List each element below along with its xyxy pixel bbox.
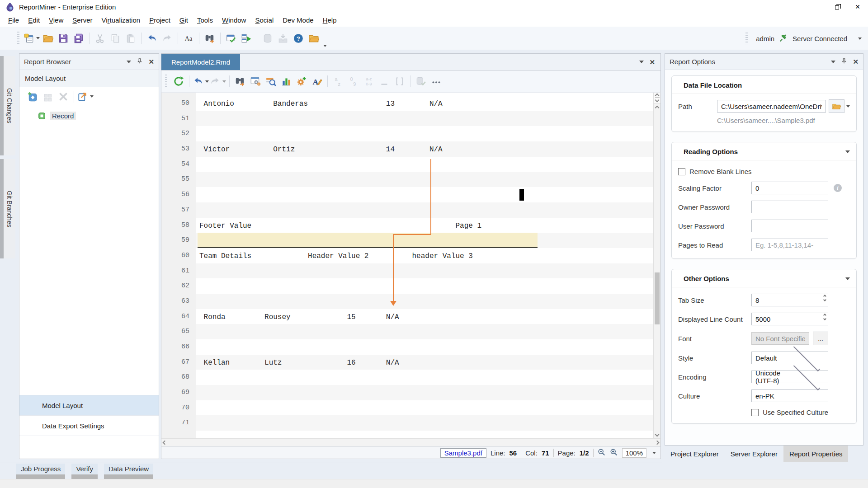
editor-line[interactable]: Ronda Rousey 15 N/A [196,309,660,324]
dock-tab-project-explorer[interactable]: Project Explorer [665,446,725,462]
side-tab-git-changes[interactable]: Git Changes [0,56,15,155]
menu-view[interactable]: View [44,14,68,26]
run-window-button[interactable] [239,31,254,46]
paste-button[interactable] [123,31,138,46]
editor-line[interactable] [196,294,660,309]
editor-line[interactable]: Kellan Lutz 16 N/A [196,355,660,370]
brackets-button[interactable] [392,74,407,89]
overflow-dots-button[interactable] [429,74,443,89]
zoom-in-icon[interactable] [610,448,618,458]
menu-git[interactable]: Git [175,14,193,26]
menu-project[interactable]: Project [145,14,175,26]
add-grid-button[interactable] [41,89,55,104]
tab-size-input[interactable] [751,294,828,306]
font-format-button[interactable]: A [310,74,324,89]
sort-az-button[interactable]: az [331,74,345,89]
editor-text-pane[interactable]: Antonio Banderas 13 N/A Victor Ortiz 14 … [196,93,660,438]
menu-server[interactable]: Server [68,14,97,26]
editor-line[interactable] [196,157,660,172]
editor-line[interactable] [196,324,660,339]
field-stats-button[interactable] [279,74,293,89]
db-check-button[interactable] [414,74,428,89]
dropdown-caret-icon[interactable] [205,80,209,83]
refresh-button[interactable] [171,74,186,89]
splitter-handle-icon[interactable] [654,93,660,103]
new-report-button[interactable] [24,31,40,46]
auto-create-fields-button[interactable] [248,74,263,89]
encoding-select[interactable]: Unicode (UTF-8) [751,371,828,383]
dock-tab-verify[interactable]: Verify [71,464,98,480]
view-switch-model-layout[interactable]: Model Layout [19,395,159,416]
zoom-level[interactable]: 100% [622,448,646,458]
document-tab-active[interactable]: ReportModel2.Rmd [161,54,240,70]
scroll-down-button[interactable] [654,430,660,438]
copy-button[interactable] [108,31,123,46]
export-button[interactable] [77,89,94,104]
editor-line[interactable] [196,126,660,141]
undo-editor-button[interactable] [193,74,209,89]
editor-line[interactable] [196,400,660,416]
menu-file[interactable]: File [4,14,24,26]
menu-window[interactable]: Window [217,14,250,26]
pin-icon[interactable] [137,58,143,66]
verify-window-button[interactable] [224,31,238,46]
view-switch-data-export-settings[interactable]: Data Export Settings [19,416,159,436]
cut-button[interactable] [93,31,107,46]
editor-line[interactable]: Victor Ortiz 14 N/A [196,141,660,157]
scroll-up-button[interactable] [654,103,660,112]
report-editor[interactable]: 5051525354555657585960616263646566676869… [161,93,661,438]
restore-button[interactable] [826,0,847,14]
editor-line[interactable] [196,415,660,431]
help-button[interactable]: ? [291,31,306,46]
panel-menu-icon[interactable] [127,61,131,63]
save-all-button[interactable] [71,31,86,46]
zoom-dropdown-caret-icon[interactable] [652,452,656,454]
scrollbar-thumb[interactable] [655,272,660,324]
user-password-input[interactable] [751,220,828,232]
find-binoculars-button[interactable] [233,74,247,89]
editor-line-highlighted[interactable] [196,233,660,248]
dropdown-caret-icon[interactable] [222,80,226,83]
dropdown-caret-icon[interactable] [90,95,94,98]
menu-tools[interactable]: Tools [193,14,217,26]
database-button[interactable] [260,31,275,46]
dock-tab-data-preview[interactable]: Data Preview [104,464,153,480]
displayed-line-count-input[interactable] [751,313,828,325]
save-button[interactable] [56,31,71,46]
toolbar-grip[interactable] [745,33,748,44]
menu-dev-mode[interactable]: Dev Mode [278,14,318,26]
browse-folder-button[interactable] [829,99,844,113]
deploy-button[interactable] [276,31,290,46]
add-record-button[interactable] [25,89,40,104]
redo-button[interactable] [160,31,175,46]
source-file-badge[interactable]: Sample3.pdf [440,448,486,458]
preview-data-button[interactable] [264,74,278,89]
menu-edit[interactable]: Edit [24,14,44,26]
editor-line[interactable] [196,202,660,218]
toolbar-overflow-icon[interactable] [323,45,327,47]
scroll-right-button[interactable] [655,441,660,445]
info-icon[interactable]: i [834,184,842,192]
minimize-button[interactable] [806,0,826,14]
editor-line[interactable]: Team Details Header Value 2 header Value… [196,248,660,263]
underscore-button[interactable] [377,74,392,89]
menu-help[interactable]: Help [318,14,341,26]
sort-09-button[interactable]: 09 [346,74,361,89]
find-binoculars-button[interactable] [203,31,217,46]
editor-line[interactable] [196,172,660,187]
font-browse-button[interactable]: ... [813,332,828,345]
side-tab-git-branches[interactable]: Git Branches [0,159,15,258]
spinner-buttons[interactable] [824,314,826,320]
spinner-buttons[interactable] [824,295,826,301]
editor-line[interactable] [196,278,660,294]
panel-close-icon[interactable]: ✕ [853,58,859,65]
collapse-card-icon[interactable] [845,150,850,153]
collapse-card-icon[interactable] [845,277,850,280]
font-case-button[interactable]: Aa [181,31,196,46]
auto-parse-button[interactable] [294,74,309,89]
editor-line[interactable] [196,385,660,400]
owner-password-input[interactable] [751,201,828,213]
editor-line[interactable]: Antonio Banderas 13 N/A [196,96,660,111]
remove-blank-lines-checkbox[interactable] [678,168,685,175]
toolbar-grip[interactable] [165,75,167,88]
